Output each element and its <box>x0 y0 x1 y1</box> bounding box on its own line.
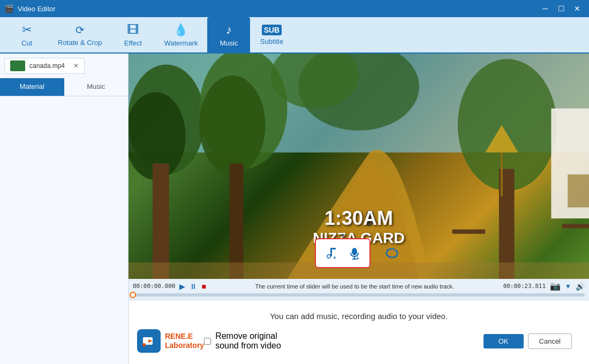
file-tab[interactable]: canada.mp4 ✕ <box>4 58 85 74</box>
tab-subtitle-label: Subtitle <box>260 37 283 46</box>
rotate-icon: ⟳ <box>75 24 85 36</box>
bottom-actions: OK Cancel <box>293 333 580 349</box>
video-player: 1:30AM NIZZA GARD ▼ + <box>129 54 589 279</box>
camera-dropdown-arrow[interactable]: ▼ <box>565 283 571 290</box>
logo-area: RENE.E Laboratory <box>137 329 204 353</box>
tab-bar: ✂ Cut ⟳ Rotate & Crop 🎞 Effect 💧 Waterma… <box>0 17 589 54</box>
title-bar: 🎬 Video Editor ─ ☐ ✕ <box>0 0 589 17</box>
logo-text: RENE.E Laboratory <box>165 332 204 350</box>
controls-bar: 00:00:00.000 ▶ ⏸ ■ The current time of s… <box>129 279 589 300</box>
file-tab-area: canada.mp4 ✕ <box>0 54 128 78</box>
checkbox-row: Remove original sound from video <box>204 331 293 351</box>
tab-watermark[interactable]: 💧 Watermark <box>154 17 207 52</box>
svg-rect-3 <box>153 163 169 279</box>
svg-rect-15 <box>562 224 589 228</box>
svg-text:+: + <box>356 255 359 261</box>
sidebar-content <box>0 96 128 364</box>
volume-button[interactable]: 🔊 <box>576 282 585 291</box>
tab-subtitle[interactable]: SUB Subtitle <box>250 17 293 52</box>
file-thumbnail <box>10 60 25 71</box>
music-icon: ♪ <box>226 23 232 37</box>
controls-top-row: 00:00:00.000 ▶ ⏸ ■ The current time of s… <box>133 281 585 291</box>
music-message: You can add music, recording audio to yo… <box>270 312 448 321</box>
svg-rect-10 <box>568 175 589 208</box>
add-music-button[interactable]: + <box>320 242 342 264</box>
tab-cut[interactable]: ✂ Cut <box>5 17 48 52</box>
tab-music-label: Music <box>220 39 238 47</box>
sidebar-tab-material[interactable]: Material <box>0 78 64 96</box>
refresh-button[interactable] <box>381 242 403 264</box>
play-button[interactable]: ▶ <box>179 282 185 291</box>
tab-rotate[interactable]: ⟳ Rotate & Crop <box>48 17 111 52</box>
window-title: Video Editor <box>18 5 56 13</box>
main-layout: canada.mp4 ✕ Material Music <box>0 54 589 364</box>
popup-toolbar: ▼ + <box>315 238 403 268</box>
tab-watermark-label: Watermark <box>164 39 198 47</box>
svg-point-5 <box>199 75 265 175</box>
remove-audio-checkbox[interactable] <box>204 338 211 345</box>
close-button[interactable]: ✕ <box>570 3 585 14</box>
svg-rect-12 <box>501 153 503 196</box>
screenshot-button[interactable]: 📷 <box>550 281 561 291</box>
add-music-container: ▼ + <box>315 238 371 268</box>
file-name: canada.mp4 <box>29 62 69 70</box>
right-panel: 1:30AM NIZZA GARD ▼ + <box>129 54 589 364</box>
bottom-row: RENE.E Laboratory Remove original sound … <box>129 329 589 353</box>
svg-point-32 <box>142 343 146 346</box>
logo-brand: RENE.E <box>165 332 204 341</box>
svg-rect-21 <box>330 248 336 249</box>
sidebar-tabs: Material Music <box>0 78 128 96</box>
record-audio-button[interactable]: + <box>344 242 365 264</box>
cancel-button[interactable]: Cancel <box>528 333 572 349</box>
pause-button[interactable]: ⏸ <box>190 282 197 291</box>
watermark-icon: 💧 <box>173 23 188 37</box>
video-time-display: 1:30AM <box>313 207 405 230</box>
sidebar: canada.mp4 ✕ Material Music <box>0 54 129 364</box>
bottom-panel: You can add music, recording audio to yo… <box>129 300 589 364</box>
file-close-button[interactable]: ✕ <box>73 62 79 70</box>
svg-text:+: + <box>333 255 336 261</box>
time-end: 00:00:23.811 <box>503 283 546 290</box>
stop-button[interactable]: ■ <box>201 282 206 291</box>
time-start: 00:00:00.000 <box>133 283 175 290</box>
tab-effect-label: Effect <box>124 39 142 47</box>
logo-icon <box>137 329 161 353</box>
tab-music[interactable]: ♪ Music <box>207 17 250 52</box>
tab-cut-label: Cut <box>21 39 32 47</box>
popup-arrow: ▼ <box>339 232 346 239</box>
ok-button[interactable]: OK <box>484 334 524 348</box>
remove-audio-label: Remove original sound from video <box>215 331 293 351</box>
window-controls: ─ ☐ ✕ <box>538 3 585 14</box>
audio-button-group: + + <box>315 238 371 268</box>
minimize-button[interactable]: ─ <box>538 3 553 14</box>
maximize-button[interactable]: ☐ <box>554 3 569 14</box>
tab-effect[interactable]: 🎞 Effect <box>111 17 154 52</box>
effect-icon: 🎞 <box>127 23 139 37</box>
subtitle-icon: SUB <box>262 25 282 35</box>
progress-thumb[interactable] <box>130 292 136 298</box>
svg-rect-6 <box>230 163 244 279</box>
status-text: The current time of slider will be used … <box>210 283 499 290</box>
progress-track[interactable] <box>133 293 585 297</box>
app-icon: 🎬 <box>4 4 13 13</box>
svg-point-24 <box>352 248 357 255</box>
cut-icon: ✂ <box>22 23 32 37</box>
svg-rect-14 <box>452 230 486 234</box>
logo-sub: Laboratory <box>165 341 204 350</box>
tab-rotate-label: Rotate & Crop <box>58 39 102 47</box>
sidebar-tab-music[interactable]: Music <box>64 78 129 96</box>
svg-point-22 <box>328 255 330 258</box>
progress-bar-row <box>133 292 585 298</box>
